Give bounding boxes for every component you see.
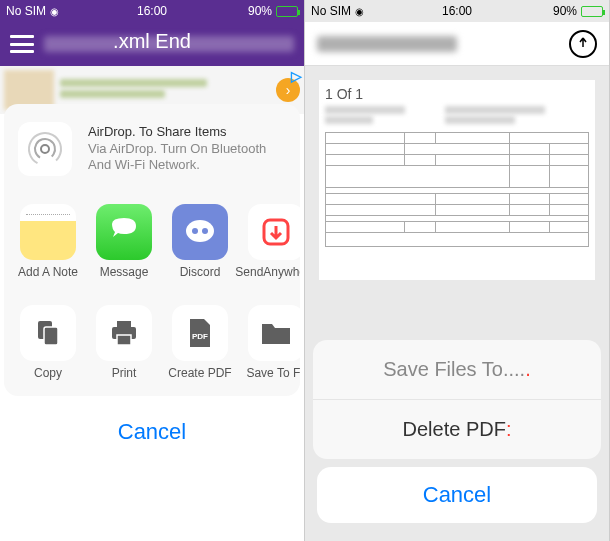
page-label: 1 Of 1 <box>325 86 589 102</box>
airdrop-row[interactable]: AirDrop. To Share Items Via AirDrop. Tur… <box>4 104 300 194</box>
print-icon <box>96 305 152 361</box>
carrier: No SIM <box>6 4 46 18</box>
cancel-button[interactable]: Cancel <box>8 404 296 460</box>
document-preview[interactable]: 1 Of 1 <box>319 80 595 280</box>
svg-point-4 <box>192 228 198 234</box>
discord-icon <box>172 204 228 260</box>
status-bar: No SIM 16:00 90% <box>305 0 609 22</box>
svg-point-0 <box>41 145 49 153</box>
wifi-icon <box>355 4 364 18</box>
left-phone: No SIM 16:00 90% .xml End › ▷ <box>0 0 305 541</box>
svg-point-3 <box>186 220 214 242</box>
folder-icon <box>248 305 300 361</box>
share-app-message[interactable]: Message <box>86 204 162 279</box>
svg-point-2 <box>24 128 66 170</box>
share-app-sendanywhere[interactable]: SendAnywhere <box>238 204 300 279</box>
carrier: No SIM <box>311 4 351 18</box>
airdrop-subtitle: Via AirDrop. Turn On Bluetooth And Wi-Fi… <box>88 141 286 175</box>
copy-icon <box>20 305 76 361</box>
svg-point-1 <box>31 135 58 162</box>
ad-choices-icon[interactable]: ▷ <box>291 68 302 84</box>
cancel-button[interactable]: Cancel <box>317 467 597 523</box>
notes-icon <box>20 204 76 260</box>
action-save-to-files[interactable]: Save To Fil <box>238 305 300 380</box>
doc-table <box>325 132 589 247</box>
clock: 16:00 <box>96 4 208 18</box>
svg-rect-11 <box>117 335 131 345</box>
battery-icon <box>581 6 603 17</box>
doc-title-blur <box>317 36 457 52</box>
action-create-pdf[interactable]: PDF Create PDF <box>162 305 238 380</box>
save-files-to-button[interactable]: Save Files To..... <box>313 340 601 400</box>
airdrop-icon <box>18 122 72 176</box>
wifi-icon <box>50 4 59 18</box>
status-bar: No SIM 16:00 90% <box>0 0 304 22</box>
svg-point-5 <box>202 228 208 234</box>
action-print[interactable]: Print <box>86 305 162 380</box>
action-sheet: Save Files To..... Delete PDF: Cancel <box>305 332 609 541</box>
messages-icon <box>96 204 152 260</box>
svg-rect-9 <box>117 321 131 327</box>
svg-rect-8 <box>44 327 58 345</box>
share-app-discord[interactable]: Discord <box>162 204 238 279</box>
airdrop-title: AirDrop. To Share Items <box>88 124 286 141</box>
svg-text:PDF: PDF <box>192 332 208 341</box>
right-phone: No SIM 16:00 90% 1 Of 1 <box>305 0 610 541</box>
battery-pct: 90% <box>553 4 577 18</box>
battery-icon <box>276 6 298 17</box>
viewer-header <box>305 22 609 66</box>
action-copy[interactable]: Copy <box>10 305 86 380</box>
battery-pct: 90% <box>248 4 272 18</box>
header-title: .xml End <box>113 30 191 53</box>
edit-icon[interactable] <box>569 30 597 58</box>
clock: 16:00 <box>401 4 513 18</box>
delete-pdf-button[interactable]: Delete PDF: <box>313 400 601 459</box>
share-app-notes[interactable]: Add A Note <box>10 204 86 279</box>
share-sheet: AirDrop. To Share Items Via AirDrop. Tur… <box>0 100 304 541</box>
pdf-icon: PDF <box>172 305 228 361</box>
action-row: Copy Print PDF Create PDF <box>4 295 300 396</box>
sendanywhere-icon <box>248 204 300 260</box>
app-row: Add A Note Message Discord <box>4 194 300 295</box>
menu-icon[interactable] <box>10 35 34 53</box>
